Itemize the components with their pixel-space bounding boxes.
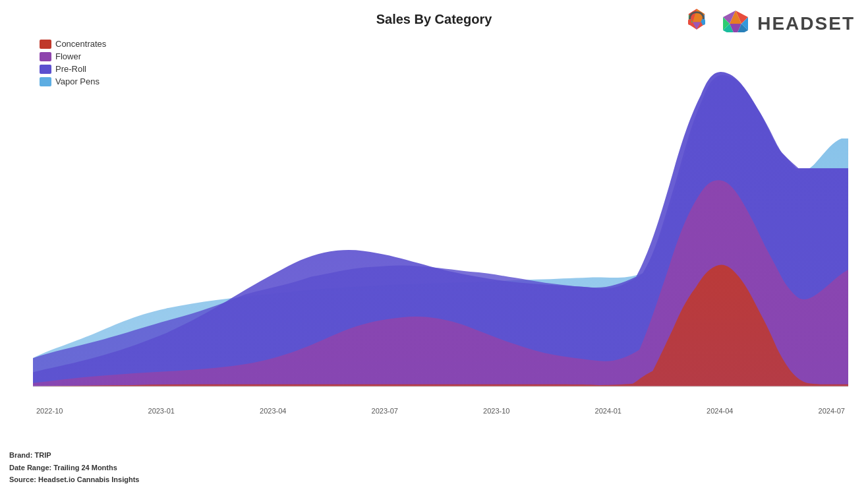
vaporpens-swatch	[40, 77, 51, 86]
chart-legend: Concentrates Flower Pre-Roll Vapor Pens	[40, 39, 106, 86]
x-label-7: 2024-07	[819, 407, 845, 415]
concentrates-label: Concentrates	[55, 39, 106, 49]
source-label: Source:	[9, 475, 36, 483]
main-container: HEADSET Sales By Category Concentrates F…	[0, 0, 868, 490]
legend-item-preroll: Pre-Roll	[40, 64, 106, 74]
chart-title: Sales By Category	[376, 12, 492, 26]
date-range-value: Trailing 24 Months	[53, 464, 117, 472]
brand-value: TRIP	[35, 451, 51, 459]
chart-svg	[33, 32, 848, 415]
footer-info: Brand: TRIP Date Range: Trailing 24 Mont…	[9, 449, 139, 486]
x-label-0: 2022-10	[36, 407, 63, 415]
preroll-label: Pre-Roll	[55, 64, 86, 74]
source-row: Source: Headset.io Cannabis Insights	[9, 474, 139, 486]
flower-label: Flower	[55, 51, 81, 61]
legend-item-vaporpens: Vapor Pens	[40, 77, 106, 86]
preroll-swatch	[40, 65, 51, 74]
brand-label: Brand:	[9, 451, 32, 459]
source-value: Headset.io Cannabis Insights	[38, 475, 139, 483]
x-label-6: 2024-04	[707, 407, 733, 415]
date-range-label: Date Range:	[9, 464, 51, 472]
x-label-5: 2024-01	[595, 407, 622, 415]
flower-swatch	[40, 52, 51, 61]
chart-area: Concentrates Flower Pre-Roll Vapor Pens	[33, 32, 848, 415]
x-label-1: 2023-01	[148, 407, 175, 415]
logo-text: HEADSET	[757, 13, 855, 34]
vaporpens-label: Vapor Pens	[55, 77, 100, 86]
x-label-4: 2023-10	[483, 407, 509, 415]
concentrates-swatch	[40, 40, 51, 49]
legend-item-flower: Flower	[40, 51, 106, 61]
brand-row: Brand: TRIP	[9, 449, 139, 462]
svg-rect-9	[702, 19, 705, 25]
svg-rect-8	[688, 19, 691, 25]
x-label-3: 2023-07	[372, 407, 398, 415]
date-range-row: Date Range: Trailing 24 Months	[9, 462, 139, 474]
x-label-2: 2023-04	[260, 407, 286, 415]
legend-item-concentrates: Concentrates	[40, 39, 106, 49]
